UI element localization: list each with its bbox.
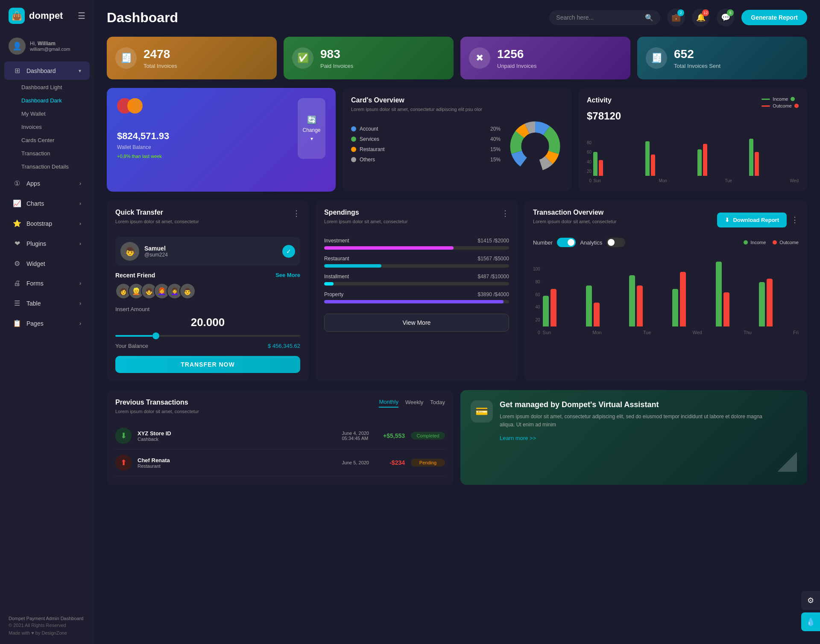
sidebar-item-apps[interactable]: ① Apps › — [4, 174, 90, 192]
toggle-number[interactable] — [557, 238, 576, 247]
sidebar-item-widget[interactable]: ⚙ Widget — [4, 254, 90, 273]
middle-row: $824,571.93 Wallet Balance +0,8% than la… — [107, 88, 807, 192]
chevron-right-icon: › — [79, 280, 81, 286]
download-report-button[interactable]: ⬇ Download Report — [717, 213, 787, 227]
friend-6[interactable]: 👨 — [179, 283, 196, 299]
tab-today[interactable]: Today — [430, 399, 445, 407]
sub-nav-transaction[interactable]: Transaction — [0, 147, 94, 160]
logo-icon: 👜 — [9, 8, 25, 24]
sender-name: Samuel — [144, 245, 168, 252]
settings-fab[interactable]: ⚙ — [801, 591, 820, 610]
amount-label: Insert Amount — [115, 306, 300, 312]
sidebar-item-bootstrap[interactable]: ⭐ Bootstrap › — [4, 214, 90, 233]
sub-nav-cards[interactable]: Cards Center — [0, 134, 94, 147]
sub-nav-dashboard-dark[interactable]: Dashboard Dark — [0, 94, 94, 107]
search-icon[interactable]: 🔍 — [645, 14, 653, 22]
sidebar-item-plugins[interactable]: ❤ Plugins › — [4, 234, 90, 253]
total-invoices-icon: 🧾 — [115, 47, 137, 69]
toggle-analytics[interactable] — [606, 238, 625, 247]
friends-avatars: 👩 👱 👧 👩‍🦰 👩‍🦱 👨 — [115, 283, 300, 299]
drop-fab[interactable]: 💧 — [801, 612, 820, 631]
card-overview: Card's Overview Lorem ipsum dolor sit am… — [343, 88, 571, 192]
plugins-icon: ❤ — [13, 239, 21, 248]
last-row: Previous Transactions Lorem ipsum dolor … — [107, 390, 807, 485]
message-btn[interactable]: 💬 5 — [717, 9, 735, 26]
legend-account: Account 20% — [351, 126, 501, 132]
see-more-link[interactable]: See More — [275, 272, 300, 279]
search-input[interactable] — [556, 14, 641, 21]
transfer-now-button[interactable]: TRANSFER NOW — [115, 356, 300, 373]
tx-overview-more-icon[interactable]: ⋮ — [791, 215, 799, 224]
quick-transfer-card: Quick Transfer Lorem ipsum dolor sit ame… — [107, 200, 309, 382]
sidebar-item-charts[interactable]: 📈 Charts › — [4, 194, 90, 213]
card-overview-subtitle: Lorem ipsum dolor sit amet, consectetur … — [351, 107, 563, 112]
sub-nav-dashboard-light[interactable]: Dashboard Light — [0, 81, 94, 94]
legend-restaurant: Restaurant 15% — [351, 146, 501, 152]
tab-weekly[interactable]: Weekly — [405, 399, 423, 407]
activity-card: Activity Income Outcome — [578, 88, 807, 192]
unpaid-invoices-label: Unpaid Invoices — [497, 63, 537, 69]
y-axis-activity: 806040200 — [587, 140, 592, 183]
check-icon: ✓ — [282, 245, 295, 258]
hamburger-icon[interactable]: ☰ — [78, 11, 85, 21]
installment-bar — [324, 282, 334, 286]
tx-sun-income — [543, 296, 549, 326]
quick-transfer-more-icon[interactable]: ⋮ — [293, 209, 300, 218]
tx-xyz-icon: ⬇ — [115, 428, 132, 444]
paid-invoices-label: Paid Invoices — [320, 63, 353, 69]
sidebar-item-table[interactable]: ☰ Table › — [4, 294, 90, 312]
card-overview-title: Card's Overview — [351, 96, 563, 104]
tx-thu-outcome — [723, 292, 729, 326]
balance-amount: $ 456,345.62 — [268, 343, 300, 349]
tx-fri-outcome — [767, 279, 773, 326]
view-more-button[interactable]: View More — [324, 314, 509, 332]
sender-avatar: 👦 — [120, 242, 139, 261]
avatar: 👤 — [9, 38, 26, 55]
bar-mon-outcome — [651, 154, 655, 176]
sender-row: 👦 Samuel @sum224 ✓ — [115, 237, 300, 266]
prev-transactions-card: Previous Transactions Lorem ipsum dolor … — [107, 390, 454, 485]
restaurant-dot — [351, 147, 356, 152]
unpaid-invoices-number: 1256 — [497, 47, 537, 61]
stat-card-paid-invoices: ✅ 983 Paid Invoices — [284, 37, 454, 79]
briefcase-badge: 2 — [677, 9, 684, 16]
chevron-down-icon: ▾ — [79, 68, 81, 74]
header-right: 🔍 💼 2 🔔 12 💬 5 Generate Report — [549, 9, 807, 26]
user-email: william@gmail.com — [30, 47, 70, 52]
tx-xyz-status: Completed — [411, 432, 445, 440]
sub-nav-my-wallet[interactable]: My Wallet — [0, 107, 94, 120]
tab-monthly[interactable]: Monthly — [379, 399, 398, 408]
apps-icon: ① — [13, 179, 21, 187]
chevron-right-icon: › — [79, 181, 81, 186]
bell-btn[interactable]: 🔔 12 — [692, 9, 710, 26]
bar-wed-income — [749, 139, 753, 176]
chevron-right-icon: › — [79, 221, 81, 227]
generate-report-button[interactable]: Generate Report — [741, 10, 807, 25]
sidebar-item-pages[interactable]: 📋 Pages › — [4, 314, 90, 332]
spendings-card: Spendings Lorem ipsum dolor sit amet, co… — [316, 200, 518, 382]
va-icon: 💳 — [471, 400, 493, 423]
tx-overview-bar-chart — [543, 258, 799, 326]
balance-label: Your Balance — [115, 343, 148, 349]
restaurant-bar — [324, 264, 381, 268]
sub-nav-invoices[interactable]: Invoices — [0, 120, 94, 134]
activity-amount: $78120 — [587, 110, 799, 122]
sub-nav-transaction-details[interactable]: Transaction Details — [0, 160, 94, 173]
forms-icon: 🖨 — [13, 280, 21, 287]
activity-bar-chart — [593, 133, 799, 176]
outcome-line — [761, 105, 770, 107]
legend-others: Others 15% — [351, 157, 501, 163]
sidebar-item-forms[interactable]: 🖨 Forms › — [4, 274, 90, 292]
sidebar-item-dashboard[interactable]: ⊞ Dashboard ▾ — [4, 61, 90, 80]
tx-xyz-date: June 4, 2020 05:34:45 AM — [342, 431, 369, 441]
bar-sun-outcome — [599, 160, 603, 176]
change-button[interactable]: 🔄 Change ▾ — [298, 98, 325, 159]
amount-slider[interactable] — [115, 335, 300, 337]
spendings-more-icon[interactable]: ⋮ — [501, 209, 509, 218]
briefcase-btn[interactable]: 💼 2 — [667, 9, 685, 26]
tx-mon-outcome — [594, 303, 600, 326]
paid-invoices-number: 983 — [320, 47, 353, 61]
chevron-down-icon: ▾ — [310, 136, 313, 142]
va-learn-more-link[interactable]: Learn more >> — [500, 435, 536, 441]
quick-transfer-subtitle: Lorem ipsum dolor sit amet, consectetur — [115, 219, 199, 224]
